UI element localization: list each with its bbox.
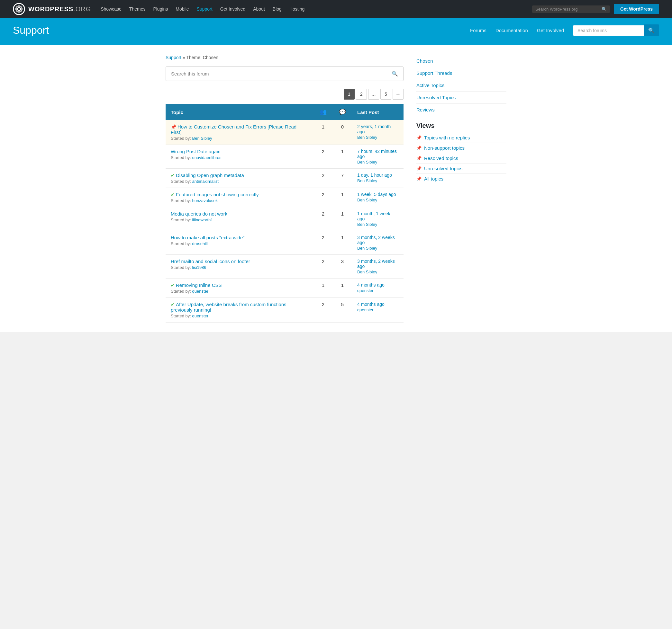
sidebar-link[interactable]: Active Topics [416, 79, 506, 91]
nav-get-involved[interactable]: Get Involved [220, 6, 246, 11]
last-post-user-link[interactable]: Ben Sibley [357, 222, 377, 227]
topic-voices-count: 1 [313, 278, 333, 298]
nav-showcase[interactable]: Showcase [101, 6, 122, 11]
views-link[interactable]: Resolved topics [424, 155, 458, 161]
page-1-button[interactable]: 1 [344, 89, 355, 100]
last-post-time-link[interactable]: 3 months, 2 weeks ago [357, 259, 399, 269]
topic-title-link[interactable]: Href mailto and social icons on footer [171, 259, 250, 264]
support-nav-documentation[interactable]: Documentation [496, 28, 528, 33]
nav-plugins[interactable]: Plugins [153, 6, 168, 11]
topic-author-link[interactable]: drosehill [192, 241, 208, 246]
sticky-pin-icon: 📌 [171, 124, 176, 129]
last-post-time-link[interactable]: 7 hours, 42 minutes ago [357, 149, 399, 159]
wp-logo[interactable]: WORDPRESS.ORG [13, 3, 91, 15]
topic-title-link[interactable]: How to make all posts “extra wide” [171, 235, 244, 240]
last-post-time-link[interactable]: 3 months, 2 weeks ago [357, 235, 399, 245]
topic-author-link[interactable]: quenster [192, 313, 208, 318]
nav-themes[interactable]: Themes [129, 6, 146, 11]
views-section-title: Views [416, 122, 506, 129]
last-post-time-link[interactable]: 4 months ago [357, 302, 399, 307]
topic-voices-count: 2 [313, 255, 333, 278]
table-header: Topic 👥 💬 Last Post [166, 104, 404, 120]
page-2-button[interactable]: 2 [356, 89, 367, 100]
sidebar-link[interactable]: Support Threads [416, 67, 506, 79]
sidebar-views-link-item: 📌Non-support topics [416, 143, 506, 153]
views-link[interactable]: All topics [424, 176, 443, 181]
top-search-input[interactable] [535, 7, 600, 11]
topic-title-link[interactable]: ✔Removing Inline CSS [171, 282, 222, 288]
sidebar-top-links: ChosenSupport ThreadsActive TopicsUnreso… [416, 55, 506, 116]
forum-search-button[interactable]: 🔍 [386, 67, 403, 81]
topic-replies-count: 1 [333, 278, 352, 298]
support-page-title: Support [13, 24, 49, 36]
topic-title-link[interactable]: ✔Disabling Open graph metadata [171, 173, 244, 178]
topic-title-link[interactable]: Wrong Post Date again [171, 149, 221, 154]
views-pin-icon: 📌 [416, 135, 422, 140]
topic-last-post: 7 hours, 42 minutes agoBen Sibley [352, 145, 404, 169]
sidebar-link[interactable]: Unresolved Topics [416, 92, 506, 103]
page-5-button[interactable]: 5 [380, 89, 391, 100]
table-row: Href mailto and social icons on footerSt… [166, 255, 404, 278]
last-post-user-link[interactable]: Ben Sibley [357, 246, 377, 251]
table-body: 📌How to Customize Chosen and Fix Errors … [166, 120, 404, 323]
resolved-check-icon: ✔ [171, 192, 174, 197]
last-post-user-link[interactable]: quenster [357, 288, 374, 293]
views-link[interactable]: Unresolved topics [424, 166, 462, 171]
col-topic-header: Topic [166, 104, 313, 120]
topic-author-link[interactable]: unavidaenlibros [192, 155, 221, 160]
table-row: ✔After Update, website breaks from custo… [166, 298, 404, 323]
last-post-time-link[interactable]: 1 day, 1 hour ago [357, 173, 399, 178]
last-post-user-link[interactable]: Ben Sibley [357, 270, 377, 274]
topic-started-by: Started by: Ben Sibley [171, 136, 308, 141]
topic-started-by: Started by: honzavalusek [171, 198, 308, 203]
sidebar-link[interactable]: Reviews [416, 104, 506, 116]
support-search-input[interactable] [573, 25, 644, 36]
topic-author-link[interactable]: quenster [192, 289, 208, 294]
topic-author-link[interactable]: Ben Sibley [192, 136, 212, 141]
sidebar-link[interactable]: Chosen [416, 55, 506, 67]
topic-title-link[interactable]: Media queries do not work [171, 211, 227, 217]
last-post-time-link[interactable]: 1 month, 1 week ago [357, 211, 399, 221]
topic-author-link[interactable]: lisi1986 [192, 265, 206, 270]
forum-search-input[interactable] [166, 67, 386, 80]
topic-replies-count: 1 [333, 207, 352, 231]
table-row: ✔Featured images not showing correctlySt… [166, 188, 404, 207]
last-post-time-link[interactable]: 1 week, 5 days ago [357, 192, 399, 197]
breadcrumb-support-link[interactable]: Support [166, 55, 181, 60]
support-search-button[interactable]: 🔍 [644, 24, 659, 36]
topic-last-post: 1 week, 5 days agoBen Sibley [352, 188, 404, 207]
last-post-user-link[interactable]: Ben Sibley [357, 198, 377, 202]
views-link[interactable]: Non-support topics [424, 145, 464, 151]
last-post-time-link[interactable]: 2 years, 1 month ago [357, 124, 399, 134]
topic-author-link[interactable]: honzavalusek [192, 198, 218, 203]
topic-replies-count: 7 [333, 169, 352, 188]
support-search-box: 🔍 [573, 24, 659, 36]
last-post-user-link[interactable]: Ben Sibley [357, 160, 377, 165]
get-wordpress-button[interactable]: Get WordPress [614, 4, 659, 14]
topic-author-link[interactable]: antimaximalist [192, 179, 218, 184]
views-link[interactable]: Topics with no replies [424, 135, 470, 141]
topic-voices-count: 1 [313, 120, 333, 145]
nav-mobile[interactable]: Mobile [175, 6, 189, 11]
topic-replies-count: 3 [333, 255, 352, 278]
support-nav-forums[interactable]: Forums [470, 28, 486, 33]
top-bar: WORDPRESS.ORG Showcase Themes Plugins Mo… [0, 0, 672, 18]
sidebar-views-link-item: 📌All topics [416, 174, 506, 184]
topic-author-link[interactable]: illingworth1 [192, 218, 213, 222]
last-post-user-link[interactable]: Ben Sibley [357, 135, 377, 140]
nav-about[interactable]: About [253, 6, 265, 11]
topic-title-link[interactable]: ✔After Update, website breaks from custo… [171, 302, 286, 312]
nav-hosting[interactable]: Hosting [289, 6, 305, 11]
sidebar-top-link-item: Active Topics [416, 79, 506, 92]
nav-blog[interactable]: Blog [273, 6, 282, 11]
last-post-time-link[interactable]: 4 months ago [357, 282, 399, 287]
sidebar: ChosenSupport ThreadsActive TopicsUnreso… [416, 55, 506, 323]
nav-support[interactable]: Support [197, 6, 213, 11]
last-post-user-link[interactable]: Ben Sibley [357, 178, 377, 183]
page-next-button[interactable]: → [392, 89, 404, 100]
topic-title-link[interactable]: ✔Featured images not showing correctly [171, 192, 259, 197]
sidebar-top-link-item: Unresolved Topics [416, 92, 506, 104]
last-post-user-link[interactable]: quenster [357, 307, 374, 312]
support-nav-get-involved[interactable]: Get Involved [537, 28, 564, 33]
topic-title-link[interactable]: 📌How to Customize Chosen and Fix Errors … [171, 124, 296, 135]
